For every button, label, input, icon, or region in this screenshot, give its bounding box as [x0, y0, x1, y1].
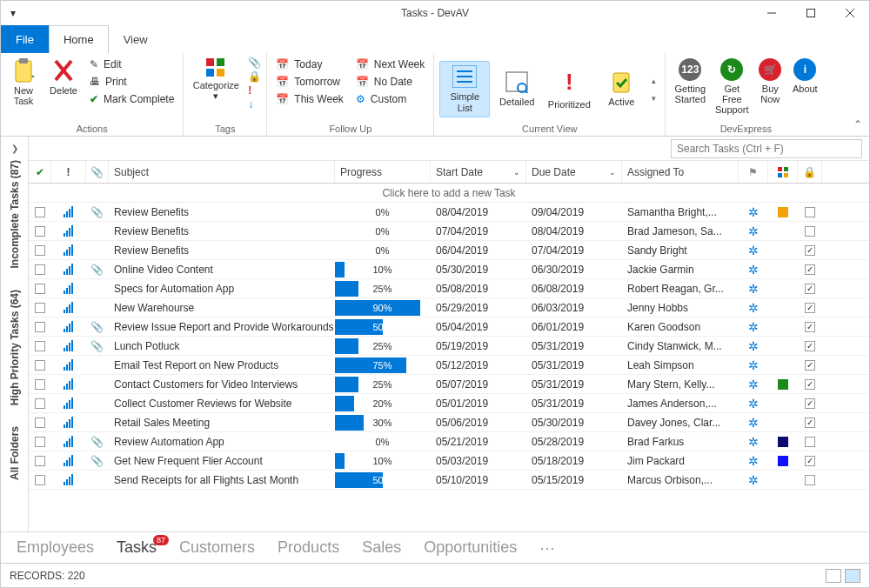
tab-file[interactable]: File: [1, 25, 49, 53]
gear-icon[interactable]: ✲: [748, 358, 759, 372]
table-row[interactable]: Specs for Automation App25%05/08/201906/…: [29, 279, 869, 298]
table-row[interactable]: Retail Sales Meeting30%05/06/201905/30/2…: [29, 413, 869, 432]
sidetab-highpriority[interactable]: High Priority Tasks (64): [7, 279, 23, 416]
row-checkbox[interactable]: [35, 264, 45, 275]
nav-sales[interactable]: Sales: [362, 538, 401, 557]
gear-icon[interactable]: ✲: [748, 416, 759, 430]
gear-icon[interactable]: ✲: [748, 339, 759, 353]
table-row[interactable]: Email Test Report on New Products75%05/1…: [29, 356, 869, 375]
view-mode-2[interactable]: [845, 569, 860, 583]
get-support-button[interactable]: ↻Get Free Support: [713, 57, 751, 117]
tab-view[interactable]: View: [109, 25, 163, 53]
table-row[interactable]: Send Receipts for all Flights Last Month…: [29, 471, 869, 490]
row-checkbox[interactable]: [35, 284, 45, 294]
done-checkbox[interactable]: [805, 245, 815, 256]
print-button[interactable]: 🖶Print: [86, 74, 177, 90]
sidetab-allfolders[interactable]: All Folders: [7, 416, 23, 491]
gear-icon[interactable]: ✲: [748, 263, 759, 277]
row-checkbox[interactable]: [35, 322, 45, 332]
gear-icon[interactable]: ✲: [748, 224, 759, 238]
view-active-button[interactable]: Active: [596, 66, 646, 111]
row-checkbox[interactable]: [35, 360, 45, 371]
done-checkbox[interactable]: [805, 437, 815, 447]
nextweek-button[interactable]: 📅Next Week: [352, 57, 428, 72]
done-checkbox[interactable]: [805, 284, 815, 294]
gear-icon[interactable]: ✲: [748, 378, 759, 391]
new-task-button[interactable]: + New Task: [6, 57, 41, 108]
view-mode-1[interactable]: [826, 569, 841, 583]
row-checkbox[interactable]: [35, 303, 45, 313]
maximize-button[interactable]: [791, 1, 830, 25]
delete-button[interactable]: Delete: [46, 57, 81, 97]
table-row[interactable]: 📎Lunch Potluck25%05/19/201905/31/2019Cin…: [29, 337, 869, 356]
gear-icon[interactable]: ✲: [748, 320, 759, 334]
done-checkbox[interactable]: [805, 456, 815, 466]
gear-icon[interactable]: ✲: [748, 244, 759, 257]
table-row[interactable]: 📎Review Issue Report and Provide Workaro…: [29, 317, 869, 337]
table-row[interactable]: Contact Customers for Video Interviews25…: [29, 375, 869, 394]
col-priority[interactable]: !: [51, 161, 86, 183]
getting-started-button[interactable]: 123Getting Started: [671, 57, 709, 106]
col-start[interactable]: Start Date⌄: [431, 161, 526, 183]
row-checkbox[interactable]: [35, 226, 45, 237]
view-simple-list-button[interactable]: Simple List: [439, 61, 490, 117]
custom-button[interactable]: ⚙Custom: [352, 91, 428, 107]
done-checkbox[interactable]: [805, 322, 815, 332]
row-checkbox[interactable]: [35, 245, 45, 256]
gallery-up-icon[interactable]: ▴: [652, 77, 656, 85]
col-subject[interactable]: Subject: [109, 161, 335, 183]
about-button[interactable]: iAbout: [789, 57, 820, 96]
row-checkbox[interactable]: [35, 341, 45, 351]
table-row[interactable]: Collect Customer Reviews for Website20%0…: [29, 394, 869, 413]
search-input[interactable]: [671, 139, 862, 158]
gear-icon[interactable]: ✲: [748, 397, 759, 411]
col-due[interactable]: Due Date⌄: [526, 161, 622, 183]
nav-more[interactable]: ⋯: [539, 538, 555, 558]
row-checkbox[interactable]: [35, 456, 45, 466]
buy-now-button[interactable]: 🛒Buy Now: [754, 57, 786, 106]
nodate-button[interactable]: 📅No Date: [352, 74, 428, 90]
gear-icon[interactable]: ✲: [748, 435, 759, 449]
gear-icon[interactable]: ✲: [748, 205, 759, 219]
nav-products[interactable]: Products: [278, 538, 339, 557]
table-row[interactable]: 📎Get New Frequent Flier Account10%05/03/…: [29, 451, 869, 471]
sidetab-incomplete[interactable]: Incomplete Tasks (87): [7, 158, 23, 279]
tab-home[interactable]: Home: [49, 25, 109, 53]
table-row[interactable]: Review Benefits0%07/04/201908/04/2019Bra…: [29, 222, 869, 241]
col-check[interactable]: ✔: [29, 161, 51, 183]
gear-icon[interactable]: ✲: [748, 282, 759, 296]
col-progress[interactable]: Progress: [335, 161, 431, 183]
mark-complete-button[interactable]: ✔Mark Complete: [86, 91, 177, 107]
col-status[interactable]: ⚑: [739, 161, 768, 183]
row-checkbox[interactable]: [35, 437, 45, 447]
done-checkbox[interactable]: [805, 226, 815, 237]
done-checkbox[interactable]: [805, 360, 815, 371]
gear-icon[interactable]: ✲: [748, 454, 759, 468]
thisweek-button[interactable]: 📅This Week: [272, 91, 346, 107]
view-prioritized-button[interactable]: ! Prioritized: [544, 64, 594, 114]
table-row[interactable]: Review Benefits0%06/04/201907/04/2019San…: [29, 241, 869, 260]
collapse-ribbon-button[interactable]: ⌃: [853, 118, 862, 130]
qat-dropdown-icon[interactable]: ▾: [1, 7, 25, 19]
tomorrow-button[interactable]: 📅Tomorrow: [272, 74, 346, 90]
row-checkbox[interactable]: [35, 207, 45, 217]
close-button[interactable]: [830, 1, 869, 25]
gear-icon[interactable]: ✲: [748, 473, 759, 487]
nav-opportunities[interactable]: Opportunities: [424, 538, 517, 557]
done-checkbox[interactable]: [805, 418, 815, 428]
minimize-button[interactable]: [752, 1, 791, 25]
table-row[interactable]: New Warehourse90%05/29/201906/03/2019Jen…: [29, 298, 869, 317]
nav-employees[interactable]: Employees: [17, 538, 94, 557]
done-checkbox[interactable]: [805, 398, 815, 409]
done-checkbox[interactable]: [805, 379, 815, 390]
gallery-down-icon[interactable]: ▾: [652, 94, 656, 103]
done-checkbox[interactable]: [805, 303, 815, 313]
done-checkbox[interactable]: [805, 207, 815, 217]
gear-icon[interactable]: ✲: [748, 301, 759, 315]
edit-button[interactable]: ✎Edit: [86, 57, 177, 72]
row-checkbox[interactable]: [35, 418, 45, 428]
table-row[interactable]: 📎Review Benefits0%08/04/201909/04/2019Sa…: [29, 203, 869, 222]
expand-sidebar-icon[interactable]: ❯: [11, 144, 18, 153]
done-checkbox[interactable]: [805, 341, 815, 351]
table-row[interactable]: 📎Review Automation App0%05/21/201905/28/…: [29, 432, 869, 451]
